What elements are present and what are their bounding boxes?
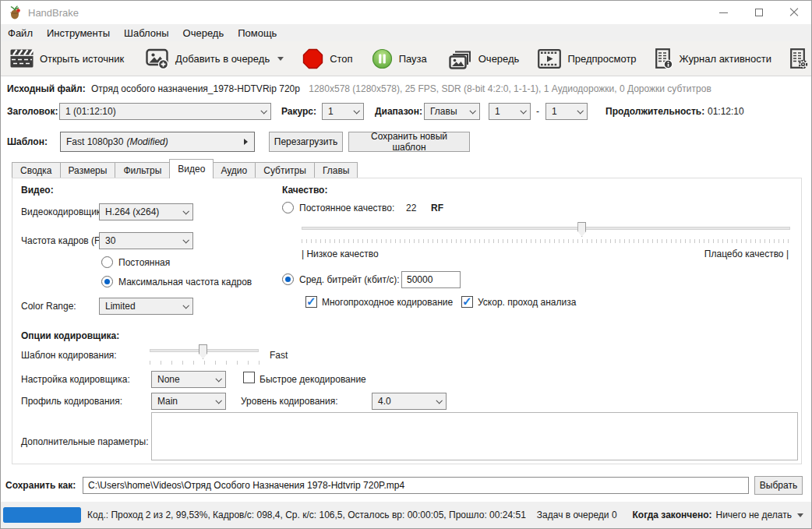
tab-audio[interactable]: Аудио (213, 162, 256, 178)
reload-preset-button[interactable]: Перезагрузить (269, 132, 343, 152)
encoder-label: Видеокодировщик (21, 206, 101, 217)
range-label: Диапазон: (375, 106, 422, 117)
add-to-queue-icon (146, 48, 169, 69)
menu-help[interactable]: Помощь (231, 24, 284, 41)
menu-queue[interactable]: Очередь (176, 24, 231, 41)
tab-video[interactable]: Видео (169, 159, 214, 178)
extra-options-label: Дополнительные параметры: (21, 436, 149, 447)
encoder-preset-slider-thumb[interactable] (199, 344, 207, 359)
quality-slider-track[interactable] (302, 227, 790, 230)
save-as-label: Сохранить как: (5, 480, 76, 491)
framerate-select[interactable]: 30 (99, 232, 193, 249)
preset-select-value: Fast 1080p30 (66, 136, 123, 147)
activity-log-button[interactable]: Журнал активности (646, 41, 781, 76)
menu-presets[interactable]: Шаблоны (117, 24, 176, 41)
chevron-down-icon (260, 108, 267, 114)
chevron-down-icon (520, 108, 526, 114)
maximize-icon (755, 9, 763, 16)
multipass-checkbox[interactable] (305, 296, 317, 308)
stop-button[interactable]: Стоп (293, 41, 362, 76)
encoder-tune-value: None (157, 374, 180, 385)
peak-framerate-radio[interactable] (101, 276, 113, 287)
minimize-button[interactable] (706, 1, 741, 24)
tab-filters[interactable]: Фильтры (115, 162, 170, 178)
encoder-level-select[interactable]: 4.0 (372, 393, 447, 410)
tab-bar: Сводка Размеры Фильтры Видео Аудио Субти… (12, 160, 358, 178)
chevron-down-icon (182, 237, 189, 243)
menu-file[interactable]: Файл (1, 24, 40, 41)
color-range-value: Limited (105, 301, 136, 312)
range-type-select[interactable]: Главы (424, 103, 480, 120)
close-button[interactable] (776, 1, 811, 24)
constant-framerate-radio[interactable] (101, 256, 113, 268)
duration-value: 01:12:10 (708, 106, 744, 117)
queue-button[interactable]: Очередь (440, 41, 529, 76)
title-select[interactable]: 1 (01:12:10) (59, 103, 271, 120)
turbo-analysis-checkbox[interactable] (461, 296, 473, 308)
queue-icon (449, 48, 472, 69)
activity-log-label: Журнал активности (680, 53, 771, 65)
avg-bitrate-label: Сред. битрейт (кбит/с): (299, 274, 400, 285)
quality-slider[interactable] (302, 222, 790, 236)
queue-jobs-count: Задач в очереди 0 (537, 510, 617, 520)
encode-status-text: Код.: Проход 2 из 2, 99,53%, Кадров/с: 0… (87, 510, 526, 520)
avg-bitrate-input[interactable] (401, 271, 461, 288)
encoder-select[interactable]: H.264 (x264) (99, 203, 193, 220)
encoder-profile-select[interactable]: Main (151, 393, 226, 410)
encoder-profile-value: Main (157, 396, 178, 407)
window-title: HandBrake (28, 7, 79, 19)
range-to-select[interactable]: 1 (545, 103, 588, 120)
constant-quality-value: 22 (406, 203, 416, 213)
chevron-down-icon (353, 108, 359, 114)
pause-icon (372, 48, 393, 69)
add-to-queue-dropdown-icon[interactable] (277, 57, 284, 61)
avg-bitrate-radio[interactable] (282, 273, 294, 285)
tab-dimensions[interactable]: Размеры (61, 162, 116, 178)
save-row: Сохранить как: Выбрать (1, 474, 811, 496)
stop-icon (302, 48, 323, 69)
fast-decode-checkbox[interactable] (243, 372, 255, 383)
when-done-control[interactable]: Когда закончено: Ничего не делать (633, 510, 803, 520)
range-from-select[interactable]: 1 (489, 103, 531, 120)
activity-log-icon (655, 48, 673, 69)
range-type-value: Главы (430, 106, 457, 117)
when-done-value: Ничего не делать (716, 510, 793, 520)
save-new-preset-button[interactable]: Сохранить новый шаблон (348, 132, 470, 152)
low-quality-label: | Низкое качество (302, 249, 379, 259)
color-range-select[interactable]: Limited (99, 298, 193, 315)
range-to-value: 1 (552, 106, 557, 117)
pause-label: Пауза (399, 53, 427, 65)
save-path-input[interactable] (83, 477, 749, 494)
quality-slider-thumb[interactable] (577, 222, 586, 237)
pause-button[interactable]: Пауза (362, 41, 436, 76)
preset-select[interactable]: Fast 1080p30 (Modified) (60, 132, 255, 152)
placebo-quality-label: Плацебо качество | (704, 249, 789, 259)
constant-quality-label: Постоянное качество: (299, 203, 394, 213)
menu-tools[interactable]: Инструменты (40, 24, 117, 41)
duration-label: Продолжительность: (605, 106, 704, 117)
when-done-label: Когда закончено: (633, 510, 712, 520)
constant-quality-radio[interactable] (282, 202, 294, 213)
open-source-button[interactable]: Открыть источник (1, 41, 133, 76)
encoder-preset-slider[interactable] (150, 344, 259, 358)
add-to-queue-button[interactable]: Добавить в очередь (136, 41, 293, 76)
maximize-button[interactable] (741, 1, 776, 24)
framerate-label: Частота кадров (FP (21, 235, 106, 246)
close-icon (789, 8, 799, 17)
tab-subtitles[interactable]: Субтитры (256, 162, 315, 178)
encoder-tune-select[interactable]: None (151, 371, 226, 388)
angle-select[interactable]: 1 (322, 103, 364, 120)
preview-icon (538, 49, 561, 69)
video-section-title: Видео: (21, 185, 54, 196)
chevron-down-icon (469, 108, 475, 114)
presets-button[interactable]: Шаблоны (781, 41, 812, 76)
quality-section-title: Качество: (282, 185, 327, 196)
preview-button[interactable]: Предпросмотр (528, 41, 645, 76)
browse-button[interactable]: Выбрать (754, 476, 803, 495)
chevron-down-icon (577, 108, 583, 114)
extra-options-textarea[interactable] (151, 412, 798, 460)
encode-progress-bar (3, 507, 81, 523)
stop-label: Стоп (330, 53, 352, 65)
tab-summary[interactable]: Сводка (12, 162, 61, 178)
tab-chapters[interactable]: Главы (315, 162, 358, 178)
